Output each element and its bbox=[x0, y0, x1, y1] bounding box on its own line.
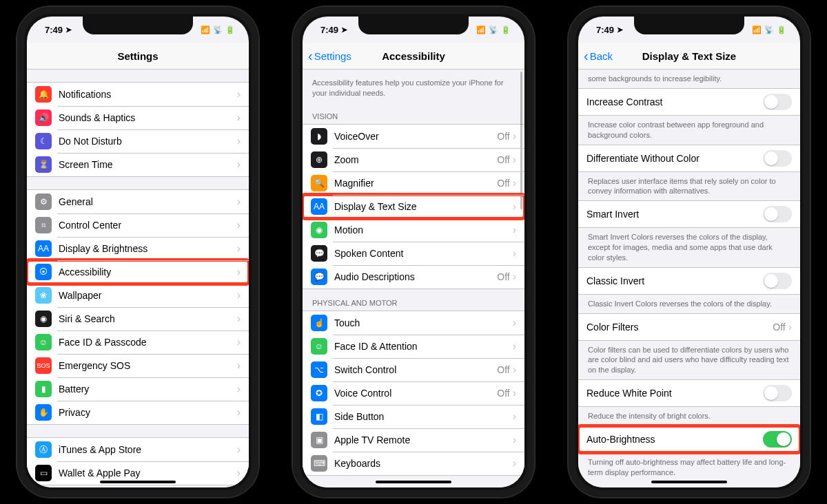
accessibility-row-apple-tv-remote[interactable]: ▣Apple TV Remote› bbox=[303, 428, 524, 452]
footer-note: Color filters can be used to differentia… bbox=[578, 341, 800, 380]
back-button[interactable]: ‹ Settings bbox=[308, 49, 351, 63]
row-classic-invert[interactable]: Classic Invert bbox=[578, 268, 800, 294]
accessibility-row-magnifier[interactable]: 🔍MagnifierOff› bbox=[303, 171, 524, 195]
signal-icon: 📶 bbox=[201, 25, 210, 34]
footer-note: Classic Invert Colors reverses the color… bbox=[578, 295, 800, 313]
screen: 7:49 ➤ 📶 📡 🔋 ‹ Back Display & Text Size … bbox=[578, 17, 800, 487]
chevron-right-icon: › bbox=[237, 266, 241, 278]
settings-row-privacy[interactable]: ✋Privacy› bbox=[27, 401, 249, 424]
accessibility-row-audio-descriptions[interactable]: 💬Audio DescriptionsOff› bbox=[303, 265, 524, 288]
settings-row-itunes-app-store[interactable]: ⒶiTunes & App Store› bbox=[27, 438, 249, 461]
chevron-right-icon: › bbox=[237, 383, 241, 395]
accessibility-row-voiceover[interactable]: ◗VoiceOverOff› bbox=[303, 125, 524, 148]
audio-descriptions-icon: 💬 bbox=[311, 269, 327, 285]
emergency-sos-icon: SOS bbox=[35, 357, 52, 374]
accessibility-list[interactable]: Accessibility features help you customiz… bbox=[303, 70, 524, 487]
chevron-right-icon: › bbox=[513, 200, 516, 213]
toggle-differentiate-without-color[interactable] bbox=[763, 150, 792, 167]
chevron-right-icon: › bbox=[513, 410, 516, 423]
row-auto-brightness[interactable]: Auto-Brightness bbox=[578, 426, 800, 452]
chevron-right-icon: › bbox=[237, 406, 241, 419]
settings-row-sounds-haptics[interactable]: 🔊Sounds & Haptics› bbox=[27, 106, 249, 129]
home-indicator[interactable] bbox=[100, 481, 176, 483]
row-label: Display & Text Size bbox=[334, 201, 513, 212]
battery-icon: 🔋 bbox=[225, 25, 235, 34]
accessibility-row-motion[interactable]: ◉Motion› bbox=[303, 218, 524, 242]
row-value: Off bbox=[497, 131, 509, 142]
clock: 7:49 bbox=[596, 25, 614, 35]
row-smart-invert[interactable]: Smart Invert bbox=[578, 201, 800, 227]
toggle-knob bbox=[764, 95, 778, 109]
accessibility-row-face-id-attention[interactable]: ☺Face ID & Attention› bbox=[303, 335, 524, 358]
row-label: Wallpaper bbox=[59, 290, 237, 301]
toggle-knob bbox=[764, 151, 778, 165]
control-center-icon: ⌗ bbox=[35, 217, 52, 233]
toggle-smart-invert[interactable] bbox=[763, 206, 792, 222]
accessibility-row-voice-control[interactable]: ✪Voice ControlOff› bbox=[303, 381, 524, 405]
chevron-right-icon: › bbox=[788, 321, 792, 333]
display-text-list[interactable]: some backgrounds to increase legibility.… bbox=[578, 70, 800, 487]
row-label: Zoom bbox=[334, 154, 497, 165]
row-differentiate-without-color[interactable]: Differentiate Without Color bbox=[578, 145, 800, 171]
chevron-right-icon: › bbox=[513, 224, 516, 236]
accessibility-row-zoom[interactable]: ⊕ZoomOff› bbox=[303, 148, 524, 171]
row-label: Accessibility bbox=[59, 266, 237, 277]
chevron-right-icon: › bbox=[237, 443, 241, 456]
setting-cell-auto-brightness: Auto-Brightness bbox=[578, 426, 800, 453]
siri-search-icon: ◉ bbox=[35, 311, 52, 327]
toggle-reduce-white-point[interactable] bbox=[763, 385, 792, 401]
accessibility-row-side-button[interactable]: ◧Side Button› bbox=[303, 405, 524, 428]
accessibility-row-spoken-content[interactable]: 💬Spoken Content› bbox=[303, 242, 524, 265]
chevron-left-icon: ‹ bbox=[308, 49, 313, 63]
wifi-icon: 📡 bbox=[764, 25, 774, 34]
settings-row-general[interactable]: ⚙︎General› bbox=[27, 190, 249, 213]
settings-list[interactable]: 🔔Notifications›🔊Sounds & Haptics›☾Do Not… bbox=[27, 70, 249, 487]
back-button[interactable]: ‹ Back bbox=[584, 49, 613, 63]
toggle-increase-contrast[interactable] bbox=[763, 94, 792, 110]
accessibility-row-touch[interactable]: ☝Touch› bbox=[303, 311, 524, 335]
settings-row-do-not-disturb[interactable]: ☾Do Not Disturb› bbox=[27, 129, 249, 153]
settings-row-control-center[interactable]: ⌗Control Center› bbox=[27, 213, 249, 237]
toggle-auto-brightness[interactable] bbox=[763, 431, 792, 448]
face-id-passcode-icon: ☺ bbox=[35, 334, 52, 350]
row-label: Motion bbox=[334, 224, 513, 235]
side-button-icon: ◧ bbox=[311, 408, 327, 425]
chevron-right-icon: › bbox=[513, 177, 516, 189]
home-indicator[interactable] bbox=[651, 481, 727, 483]
switch-control-icon: ⌥ bbox=[311, 361, 327, 378]
display-brightness-icon: AA bbox=[35, 240, 52, 257]
footer-note: Smart Invert Colors reverses the colors … bbox=[578, 228, 800, 267]
notch bbox=[358, 17, 469, 34]
accessibility-row-keyboards[interactable]: ⌨Keyboards› bbox=[303, 452, 524, 475]
row-increase-contrast[interactable]: Increase Contrast bbox=[578, 89, 800, 115]
chevron-right-icon: › bbox=[237, 467, 241, 479]
intro-note: Accessibility features help you customiz… bbox=[303, 70, 524, 103]
settings-row-siri-search[interactable]: ◉Siri & Search› bbox=[27, 307, 249, 330]
settings-row-emergency-sos[interactable]: SOSEmergency SOS› bbox=[27, 354, 249, 377]
settings-row-face-id-passcode[interactable]: ☺Face ID & Passcode› bbox=[27, 330, 249, 354]
chevron-right-icon: › bbox=[513, 434, 516, 446]
chevron-right-icon: › bbox=[513, 247, 516, 260]
row-color-filters[interactable]: Color FiltersOff› bbox=[578, 314, 800, 340]
row-label: Switch Control bbox=[334, 364, 497, 375]
settings-group-2: ⒶiTunes & App Store›▭Wallet & Apple Pay› bbox=[27, 437, 249, 485]
section-vision: ◗VoiceOverOff›⊕ZoomOff›🔍MagnifierOff›AAD… bbox=[303, 124, 524, 289]
row-label: Siri & Search bbox=[59, 313, 237, 324]
accessibility-row-display-text-size[interactable]: AADisplay & Text Size› bbox=[303, 195, 524, 218]
home-indicator[interactable] bbox=[376, 481, 451, 483]
settings-row-notifications[interactable]: 🔔Notifications› bbox=[27, 83, 249, 106]
settings-row-battery[interactable]: ▮Battery› bbox=[27, 377, 249, 401]
settings-row-screen-time[interactable]: ⏳Screen Time› bbox=[27, 153, 249, 176]
toggle-classic-invert[interactable] bbox=[763, 273, 792, 289]
settings-row-wallpaper[interactable]: ❀Wallpaper› bbox=[27, 284, 249, 307]
chevron-right-icon: › bbox=[237, 359, 241, 372]
footer-note: Replaces user interface items that rely … bbox=[578, 172, 800, 201]
phone-display-text-size: 7:49 ➤ 📶 📡 🔋 ‹ Back Display & Text Size … bbox=[569, 7, 810, 497]
settings-row-display-brightness[interactable]: AADisplay & Brightness› bbox=[27, 237, 249, 260]
settings-row-accessibility[interactable]: ⦿Accessibility› bbox=[27, 260, 249, 284]
display-text-size-icon: AA bbox=[311, 198, 327, 215]
row-label: Sounds & Haptics bbox=[59, 112, 237, 123]
accessibility-row-switch-control[interactable]: ⌥Switch ControlOff› bbox=[303, 358, 524, 381]
chevron-right-icon: › bbox=[513, 340, 516, 353]
row-reduce-white-point[interactable]: Reduce White Point bbox=[578, 380, 800, 406]
